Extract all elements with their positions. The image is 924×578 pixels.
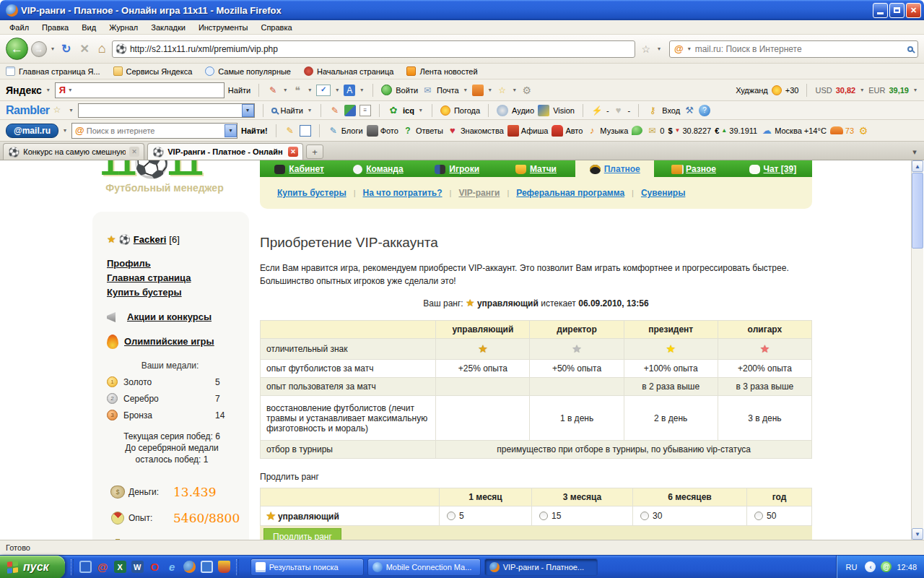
site-logo[interactable]: 11⚽11 <box>100 160 202 184</box>
rambler-find-dropdown[interactable]: ▾ <box>308 107 311 113</box>
task-button-firefox[interactable]: VIP-ранги - Платное... <box>484 558 598 576</box>
scroll-down-button[interactable]: ▼ <box>912 528 923 540</box>
tab-close-icon[interactable]: ✕ <box>129 147 139 157</box>
help-icon[interactable]: ? <box>699 105 710 116</box>
rambler-audio-button[interactable]: Аудио <box>512 106 534 115</box>
taskbar-grip[interactable] <box>71 559 74 575</box>
settings-gear-icon[interactable]: ⚙ <box>521 85 533 96</box>
mailru-logo[interactable]: @mail.ru <box>6 124 58 138</box>
yandex-logo[interactable]: Яндекс <box>6 85 42 96</box>
weather-ticker[interactable]: ☁Москва +14°C <box>761 125 827 137</box>
mailru-link-afisha[interactable]: Афиша <box>507 125 549 137</box>
bookmark-item[interactable]: Лента новостей <box>406 66 477 76</box>
username-link[interactable]: Fackeri <box>134 234 167 245</box>
menu-view[interactable]: Вид <box>75 21 103 34</box>
rambler-vision-button[interactable]: Vision <box>553 106 575 115</box>
bookmark-item[interactable]: Самые популярные <box>205 66 291 76</box>
eur-ticker[interactable]: €▲39.1911 <box>715 126 757 135</box>
history-dropdown[interactable]: ▾ <box>51 46 54 52</box>
tab-close-icon[interactable]: ✕ <box>288 147 298 157</box>
back-button[interactable]: ← <box>6 38 28 60</box>
tray-chevron-icon[interactable]: ‹ <box>865 561 876 572</box>
close-button[interactable]: ✕ <box>906 3 921 18</box>
translate-dropdown[interactable]: ▾ <box>360 87 363 93</box>
sidebar-link-contests[interactable]: Акции и конкурсы <box>127 311 212 323</box>
menu-edit[interactable]: Правка <box>35 21 75 34</box>
spellcheck-icon[interactable]: ✓ <box>316 85 331 96</box>
subnav-souvenirs[interactable]: Сувениры <box>641 188 685 198</box>
price-option-3months[interactable]: 15 <box>532 506 633 526</box>
favorites-star-icon[interactable]: ☆ <box>497 85 508 96</box>
rambler-combo-dropdown[interactable]: ▾ <box>242 104 254 117</box>
url-input[interactable] <box>130 44 632 54</box>
url-bar[interactable]: ⚽ <box>112 40 636 58</box>
site-tab-players[interactable]: Игроки <box>418 160 497 177</box>
usd-ticker[interactable]: $▼30.8227 <box>668 126 711 135</box>
task-button-mobile-connection[interactable]: Mobile Connection Ma... <box>367 558 481 576</box>
menu-file[interactable]: Файл <box>3 21 35 34</box>
rambler-pencil-icon[interactable]: ✎ <box>329 105 341 116</box>
eur-rate[interactable]: 39,19 <box>889 86 909 95</box>
messenger-icon[interactable] <box>201 561 213 573</box>
rambler-star-dropdown[interactable]: ▾ <box>70 107 73 113</box>
bookmark-item[interactable]: Сервисы Яндекса <box>113 66 193 76</box>
heart-icon[interactable]: ♥ <box>613 105 624 116</box>
menu-help[interactable]: Справка <box>254 21 298 34</box>
browser-tab-active[interactable]: ⚽ VIP-ранги - Платное - Онлайн иг... ✕ <box>147 143 303 160</box>
radio-button[interactable] <box>447 512 456 520</box>
pencil-icon[interactable]: ✎ <box>267 85 279 96</box>
yandex-find-button[interactable]: Найти <box>228 86 250 95</box>
radio-button[interactable] <box>640 512 649 520</box>
search-engine-dropdown[interactable]: ▾ <box>688 46 691 52</box>
excel-icon[interactable]: X <box>114 561 126 573</box>
reload-button[interactable]: ↻ <box>58 42 74 56</box>
language-indicator[interactable]: RU <box>843 562 860 572</box>
rambler-weather-button[interactable]: Погода <box>454 106 480 115</box>
mail-agent-icon[interactable]: @ <box>97 561 109 573</box>
mailru-search-input[interactable]: @ ▾ <box>71 123 237 139</box>
preview-icon[interactable] <box>300 125 311 137</box>
usd-rate[interactable]: 30,82 <box>836 86 856 95</box>
compose-pencil-icon[interactable]: ✎ <box>284 125 296 137</box>
sidebar-link-profile[interactable]: Профиль <box>107 256 249 271</box>
home-button[interactable]: ⌂ <box>95 41 109 56</box>
bookmark-star-icon[interactable]: ☆ <box>638 43 653 55</box>
rambler-star-icon[interactable]: ☆ <box>53 105 65 116</box>
taskbar-grip[interactable] <box>236 559 239 575</box>
mailru-search-field[interactable] <box>87 126 222 135</box>
sidebar-link-boosters[interactable]: Купить бустеры <box>107 285 249 300</box>
scroll-up-button[interactable]: ▲ <box>912 160 923 172</box>
mailru-logo-dropdown[interactable]: ▾ <box>64 127 66 134</box>
mailru-gear-icon[interactable]: ⚙ <box>858 125 869 137</box>
mailru-find-button[interactable]: Найти! <box>241 126 268 135</box>
mailbox-counter[interactable]: ✉0 <box>646 125 664 137</box>
mail-dropdown[interactable]: ▾ <box>464 87 467 93</box>
new-tab-button[interactable]: + <box>306 144 323 159</box>
tray-agent-icon[interactable]: @ <box>881 561 892 572</box>
site-tab-chat[interactable]: Чат [39] <box>733 160 812 177</box>
list-all-tabs-icon[interactable]: ▾ <box>908 145 921 158</box>
rambler-search-field[interactable] <box>79 105 242 116</box>
subnav-referral[interactable]: Реферальная программа <box>516 188 624 198</box>
rambler-search-input[interactable]: ▾ <box>78 103 255 118</box>
usd-dropdown[interactable]: ▾ <box>860 87 863 93</box>
opera-icon[interactable]: O <box>149 561 161 573</box>
price-option-year[interactable]: 50 <box>747 506 812 526</box>
mailru-combo-dropdown[interactable]: ▾ <box>225 124 237 137</box>
mailru-link-photo[interactable]: Фото <box>367 125 398 137</box>
list-icon[interactable]: ≡ <box>359 105 371 116</box>
yandex-input-dropdown[interactable]: ▾ <box>69 87 71 93</box>
mailru-link-blogs[interactable]: ✎Блоги <box>328 125 363 137</box>
mailru-link-dating[interactable]: ♥Знакомства <box>447 125 504 137</box>
site-tab-matches[interactable]: Матчи <box>497 160 575 177</box>
bubble-dropdown[interactable]: ▾ <box>308 87 311 93</box>
icq-dropdown[interactable]: ▾ <box>419 107 422 113</box>
bookmark-item[interactable]: Главная страница Я... <box>6 66 100 76</box>
search-bar[interactable]: @ ▾ <box>669 40 918 58</box>
sidebar-link-home[interactable]: Главная страница <box>107 271 249 285</box>
price-option-1month[interactable]: 5 <box>440 506 532 526</box>
lightning-icon[interactable]: ⚡ <box>591 105 603 116</box>
price-option-6months[interactable]: 30 <box>633 506 747 526</box>
site-tab-misc[interactable]: Разное <box>654 160 733 177</box>
extend-rank-button[interactable]: Продлить ранг <box>263 528 341 540</box>
